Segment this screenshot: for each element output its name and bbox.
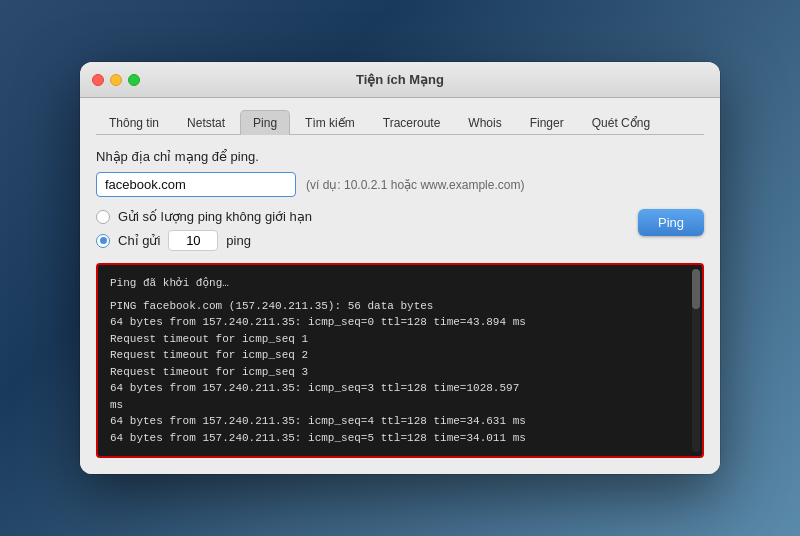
radio-unlimited-label: Gửi số lượng ping không giới hạn	[118, 209, 312, 224]
scrollbar-thumb[interactable]	[692, 269, 700, 309]
window-title: Tiện ích Mạng	[356, 72, 444, 87]
scrollbar-track[interactable]	[692, 269, 700, 452]
traffic-lights	[92, 74, 140, 86]
radio-count-row[interactable]: Chỉ gửi ping	[96, 230, 312, 251]
count-input[interactable]	[168, 230, 218, 251]
placeholder-hint: (ví dụ: 10.0.2.1 hoặc www.example.com)	[306, 178, 524, 192]
maximize-button[interactable]	[128, 74, 140, 86]
ping-count-suffix: ping	[226, 233, 251, 248]
tab-traceroute[interactable]: Traceroute	[370, 110, 454, 135]
radio-count-label: Chỉ gửi	[118, 233, 160, 248]
network-utility-window: Tiện ích Mạng Thông tin Netstat Ping Tìm…	[80, 62, 720, 474]
terminal-output: Ping đã khởi động… PING facebook.com (15…	[96, 263, 704, 458]
tab-finger[interactable]: Finger	[517, 110, 577, 135]
minimize-button[interactable]	[110, 74, 122, 86]
radio-unlimited[interactable]	[96, 210, 110, 224]
titlebar: Tiện ích Mạng	[80, 62, 720, 98]
address-label: Nhập địa chỉ mạng để ping.	[96, 149, 704, 164]
tab-ping[interactable]: Ping	[240, 110, 290, 135]
radio-unlimited-row[interactable]: Gửi số lượng ping không giới hạn	[96, 209, 312, 224]
input-row: (ví dụ: 10.0.2.1 hoặc www.example.com)	[96, 172, 704, 197]
tab-netstat[interactable]: Netstat	[174, 110, 238, 135]
tab-thongtin[interactable]: Thông tin	[96, 110, 172, 135]
terminal-start-text: Ping đã khởi động…	[110, 275, 690, 292]
radio-group: Gửi số lượng ping không giới hạn Chỉ gửi…	[96, 209, 312, 251]
ping-button[interactable]: Ping	[638, 209, 704, 236]
close-button[interactable]	[92, 74, 104, 86]
tab-timkiem[interactable]: Tìm kiếm	[292, 110, 368, 135]
tab-bar: Thông tin Netstat Ping Tìm kiếm Tracerou…	[96, 110, 704, 135]
address-input[interactable]	[96, 172, 296, 197]
tab-quetcong[interactable]: Quét Cổng	[579, 110, 663, 135]
terminal-body: PING facebook.com (157.240.211.35): 56 d…	[110, 298, 690, 447]
tab-whois[interactable]: Whois	[455, 110, 514, 135]
radio-count[interactable]	[96, 234, 110, 248]
content-area: Thông tin Netstat Ping Tìm kiếm Tracerou…	[80, 98, 720, 474]
